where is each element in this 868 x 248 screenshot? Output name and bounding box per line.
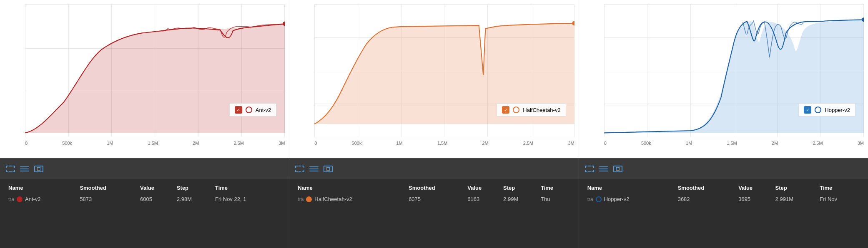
- row-time-hopper: Fri Nov: [818, 194, 861, 204]
- toolbar-row: [0, 158, 868, 179]
- data-section: Name Smoothed Value Step Time tra Ant-v2: [0, 179, 868, 248]
- chart-halfcheetah: 7e+3 5e+3 3e+3 1e+3 -1e+3: [289, 0, 579, 158]
- row-smoothed-hopper: 3682: [676, 194, 737, 204]
- resize-icon-3[interactable]: [613, 166, 622, 172]
- x-label: 0: [25, 141, 28, 146]
- row-step-ant: 2.98M: [175, 194, 213, 204]
- x-label: 1M: [107, 141, 113, 146]
- toolbar-halfcheetah: [289, 159, 579, 179]
- data-panel-halfcheetah: Name Smoothed Value Step Time tra HalfCh…: [289, 179, 579, 248]
- chart-hopper: 4e+3 3e+3 2e+3 1e+3 0: [579, 0, 868, 158]
- dashed-box-icon-3[interactable]: [585, 166, 594, 172]
- legend-hopper: ✓ Hopper-v2: [798, 103, 855, 117]
- col-header-value: Value: [138, 183, 175, 194]
- x-label: 3M: [568, 141, 574, 146]
- legend-halfcheetah: ✓ HalfCheetah-v2: [497, 103, 566, 117]
- chart-svg-hopper: [604, 4, 864, 137]
- resize-icon-2[interactable]: [324, 166, 333, 172]
- row-circle-halfcheetah: [306, 196, 312, 202]
- tra-label-halfcheetah: tra: [298, 196, 304, 202]
- toolbar-hopper: [579, 159, 868, 179]
- chart-svg-ant: [25, 4, 285, 137]
- tra-label-ant: tra: [8, 196, 14, 202]
- row-name-value-hopper: Hopper-v2: [604, 196, 630, 202]
- row-name-halfcheetah: tra HalfCheetah-v2: [296, 194, 407, 204]
- x-label: 2.5M: [233, 141, 243, 146]
- legend-circle-ant: [246, 107, 252, 113]
- table-row: tra Hopper-v2 3682 3695 2.991M Fri Nov: [586, 194, 861, 204]
- x-label: 500k: [641, 141, 651, 146]
- row-step-halfcheetah: 2.99M: [502, 194, 539, 204]
- x-label: 500k: [62, 141, 72, 146]
- chart-ant: 6e+3 4e+3 2e+3 0: [0, 0, 289, 158]
- col-header-value-2: Value: [466, 183, 502, 194]
- x-label: 2M: [772, 141, 778, 146]
- row-circle-ant: [17, 196, 23, 202]
- x-label: 3M: [858, 141, 864, 146]
- data-table-halfcheetah: Name Smoothed Value Step Time tra HalfCh…: [296, 183, 572, 204]
- x-label: 0: [314, 141, 317, 146]
- row-name-value-halfcheetah: HalfCheetah-v2: [314, 196, 352, 202]
- chart-area-halfcheetah: 7e+3 5e+3 3e+3 1e+3 -1e+3: [314, 4, 574, 137]
- col-header-time-3: Time: [818, 183, 861, 194]
- x-label: 500k: [352, 141, 362, 146]
- x-label: 3M: [278, 141, 285, 146]
- row-smoothed-ant: 5873: [78, 194, 138, 204]
- row-time-ant: Fri Nov 22, 1: [213, 194, 282, 204]
- legend-label-ant: Ant-v2: [256, 107, 271, 113]
- resize-icon[interactable]: [34, 166, 43, 172]
- x-label: 1M: [396, 141, 403, 146]
- x-axis-hopper: 0 500k 1M 1.5M 2M 2.5M 3M: [604, 139, 864, 146]
- lines-icon-3[interactable]: [599, 166, 608, 171]
- col-header-smoothed-2: Smoothed: [407, 183, 466, 194]
- x-label: 1.5M: [148, 141, 158, 146]
- legend-circle-hopper: [815, 107, 821, 113]
- row-value-ant: 6005: [138, 194, 175, 204]
- row-name-ant: tra Ant-v2: [7, 194, 78, 204]
- row-value-hopper: 3695: [737, 194, 773, 204]
- row-value-halfcheetah: 6163: [466, 194, 502, 204]
- col-header-name-3: Name: [586, 183, 676, 194]
- row-name-hopper: tra Hopper-v2: [586, 194, 676, 204]
- row-smoothed-halfcheetah: 6075: [407, 194, 466, 204]
- x-label: 2.5M: [813, 141, 823, 146]
- row-step-hopper: 2.991M: [774, 194, 818, 204]
- col-header-step-3: Step: [774, 183, 818, 194]
- legend-ant: ✓ Ant-v2: [229, 103, 277, 117]
- lines-icon-2[interactable]: [309, 166, 319, 171]
- col-header-time-2: Time: [539, 183, 572, 194]
- legend-checkbox-ant[interactable]: ✓: [235, 106, 242, 114]
- col-header-smoothed-3: Smoothed: [676, 183, 737, 194]
- col-header-name-2: Name: [296, 183, 407, 194]
- data-panel-hopper: Name Smoothed Value Step Time tra Hopper…: [579, 179, 868, 248]
- row-circle-hopper: [596, 196, 602, 202]
- x-label: 2M: [482, 141, 488, 146]
- x-axis-halfcheetah: 0 500k 1M 1.5M 2M 2.5M 3M: [314, 139, 574, 146]
- x-label: 1.5M: [727, 141, 737, 146]
- legend-checkbox-halfcheetah[interactable]: ✓: [502, 106, 509, 114]
- x-label: 2M: [193, 141, 199, 146]
- col-header-smoothed: Smoothed: [78, 183, 138, 194]
- chart-area-hopper: 4e+3 3e+3 2e+3 1e+3 0: [604, 4, 864, 137]
- lines-icon[interactable]: [20, 166, 29, 171]
- data-table-ant: Name Smoothed Value Step Time tra Ant-v2: [7, 183, 282, 204]
- chart-area-ant: 6e+3 4e+3 2e+3 0: [25, 4, 285, 137]
- toolbar-ant: [0, 159, 289, 179]
- tra-label-hopper: tra: [587, 196, 593, 202]
- chart-svg-halfcheetah: [314, 4, 574, 137]
- data-table-hopper: Name Smoothed Value Step Time tra Hopper…: [586, 183, 861, 204]
- col-header-time: Time: [213, 183, 282, 194]
- x-label: 2.5M: [523, 141, 533, 146]
- legend-checkbox-hopper[interactable]: ✓: [804, 106, 811, 114]
- dashed-box-icon-2[interactable]: [295, 166, 304, 172]
- col-header-step-2: Step: [502, 183, 539, 194]
- x-label: 1.5M: [437, 141, 447, 146]
- data-panel-ant: Name Smoothed Value Step Time tra Ant-v2: [0, 179, 289, 248]
- x-label: 1M: [686, 141, 692, 146]
- dashed-box-icon[interactable]: [6, 166, 15, 172]
- legend-circle-halfcheetah: [513, 107, 519, 113]
- x-label: 0: [604, 141, 607, 146]
- table-row: tra HalfCheetah-v2 6075 6163 2.99M Thu: [296, 194, 572, 204]
- charts-row: 6e+3 4e+3 2e+3 0: [0, 0, 868, 158]
- col-header-step: Step: [175, 183, 213, 194]
